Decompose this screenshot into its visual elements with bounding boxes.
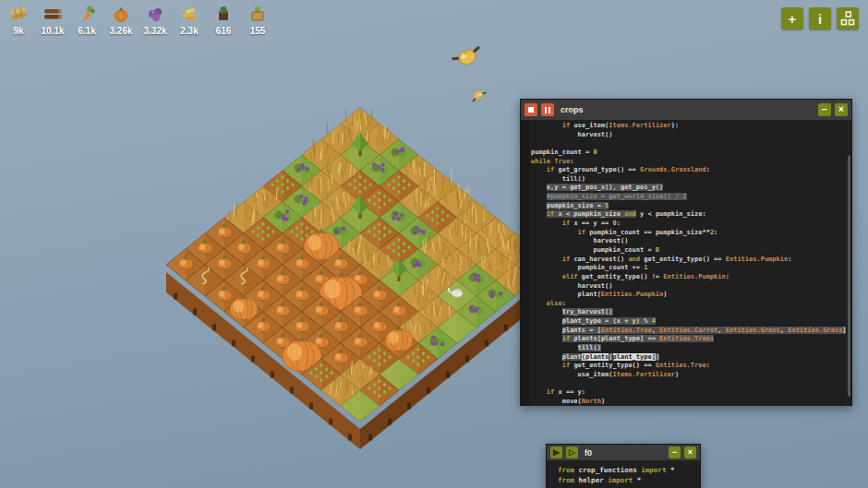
- code-line: if pumpkin_count == pumpkin_size**2:: [531, 229, 851, 238]
- resource-value: 10.1k: [41, 26, 64, 36]
- f0-code-editor[interactable]: from crop_functions import *from helper …: [547, 460, 700, 485]
- code-editor[interactable]: if use_item(Items.Fertilizer): harvest()…: [521, 120, 851, 406]
- code-line: else:: [531, 300, 851, 309]
- code-line: from crop_functions import *: [558, 465, 700, 475]
- code-line: pumpkin_count += 1: [531, 264, 851, 273]
- code-line: if x == y:: [531, 388, 851, 398]
- code-line: if can_harvest() and get_entity_type() =…: [531, 256, 851, 265]
- f0-minimize-button[interactable]: −: [669, 446, 681, 458]
- code-window-titlebar[interactable]: crops − ×: [521, 100, 851, 120]
- f0-close-button[interactable]: ×: [684, 446, 696, 458]
- resource-value: 2.3k: [180, 26, 198, 36]
- code-line: if use_item(Items.Fertilizer):: [531, 122, 851, 131]
- code-line: pumpkin_count = 0: [531, 246, 851, 256]
- code-window-f0[interactable]: ▶ ▷ f0 − × from crop_functions import *f…: [546, 444, 701, 488]
- resource-item-gold: 2.3k: [178, 3, 200, 36]
- code-line: harvest(): [531, 131, 851, 140]
- info-button[interactable]: i: [809, 7, 831, 30]
- code-line: till(): [531, 344, 851, 353]
- minimize-button[interactable]: −: [818, 103, 831, 116]
- f0-window-titlebar[interactable]: ▶ ▷ f0 − ×: [547, 445, 700, 460]
- code-line: if plants[plant_type] == Entities.Tree:: [531, 335, 851, 344]
- code-line: plants = [Entities.Tree, Entities.Carrot…: [531, 327, 851, 336]
- resource-value: 9k: [13, 26, 23, 36]
- resource-item-carrot: 6.1k: [76, 3, 98, 36]
- code-line: while True:: [531, 158, 851, 167]
- close-button[interactable]: ×: [835, 103, 848, 116]
- resource-item-cactus: 616: [212, 3, 235, 36]
- code-line: use_item(Items.Fertilizer): [531, 371, 851, 380]
- code-line: till(): [531, 175, 851, 184]
- code-line: elif get_entity_type() != Entities.Pumpk…: [531, 273, 851, 282]
- code-line: pumpkin_count = 0: [531, 149, 851, 158]
- pumpkin-icon: [110, 3, 132, 25]
- code-line: plant(Entities.Pumpkin): [531, 291, 851, 300]
- code-line: from helper import *: [558, 475, 700, 485]
- pause-button[interactable]: [541, 103, 554, 116]
- code-window-title: crops: [558, 105, 814, 114]
- resource-item-pumpkin: 3.26k: [110, 3, 132, 36]
- play-outline-icon: ▷: [569, 448, 575, 457]
- add-button[interactable]: +: [781, 7, 803, 30]
- hay-icon: [7, 3, 30, 25]
- resource-value: 6.1k: [78, 26, 95, 36]
- code-line: x,y = get_pos_x(), get_pos_y(): [531, 184, 851, 193]
- stop-icon: [528, 107, 534, 113]
- windows-button[interactable]: [837, 7, 859, 30]
- resource-item-seed-crate: 155: [247, 3, 269, 36]
- code-line: pumpkin_size = 5: [531, 202, 851, 211]
- code-line: harvest(): [531, 282, 851, 292]
- gold-icon: [178, 3, 200, 25]
- resource-value: 616: [216, 26, 232, 36]
- resource-item-berry: 3.32k: [144, 3, 166, 36]
- resource-item-hay: 9k: [7, 3, 30, 36]
- code-line: if x < pumpkin_size and y < pumpkin_size…: [531, 210, 851, 220]
- f0-window-title: f0: [582, 448, 665, 458]
- pause-icon: [545, 107, 550, 113]
- carrot-icon: [76, 3, 98, 25]
- code-line: plant(plants[plant_type]): [531, 353, 851, 363]
- code-line: try_harvest(): [531, 308, 851, 317]
- code-line: if get_entity_type() == Entities.Tree:: [531, 362, 851, 371]
- windows-icon: [839, 10, 856, 27]
- resource-value: 155: [250, 26, 266, 36]
- resource-bar: 9k10.1k6.1k3.26k3.32k2.3k616155: [7, 3, 269, 36]
- code-line: if get_ground_type() == Grounds.Grasslan…: [531, 166, 851, 175]
- wood-icon: [42, 3, 64, 25]
- drone: [469, 88, 487, 102]
- resource-item-wood: 10.1k: [42, 3, 64, 36]
- step-button[interactable]: ▷: [566, 446, 578, 458]
- toolbar: +i: [781, 7, 859, 30]
- seed-crate-icon: [247, 3, 269, 25]
- cactus-icon: [212, 3, 235, 25]
- code-line: plant_type = (x + y) % 4: [531, 317, 851, 327]
- code-line: [531, 380, 851, 389]
- scrollbar-thumb[interactable]: [848, 155, 850, 397]
- drone: [451, 45, 483, 68]
- code-window-crops[interactable]: crops − × if use_item(Items.Fertilizer):…: [520, 99, 852, 406]
- resource-value: 3.26k: [109, 26, 132, 36]
- run-button[interactable]: ▶: [550, 446, 562, 458]
- code-line: [531, 139, 851, 149]
- code-line: if x == y == 0:: [531, 220, 851, 229]
- berry-icon: [144, 3, 166, 25]
- code-line: harvest(): [531, 237, 851, 246]
- code-line: move(North): [531, 398, 851, 406]
- resource-value: 3.32k: [143, 26, 166, 36]
- play-icon: ▶: [553, 448, 560, 457]
- code-line: #pumpkin_size = get_world_size() / 2: [531, 193, 851, 202]
- stop-button[interactable]: [524, 103, 537, 116]
